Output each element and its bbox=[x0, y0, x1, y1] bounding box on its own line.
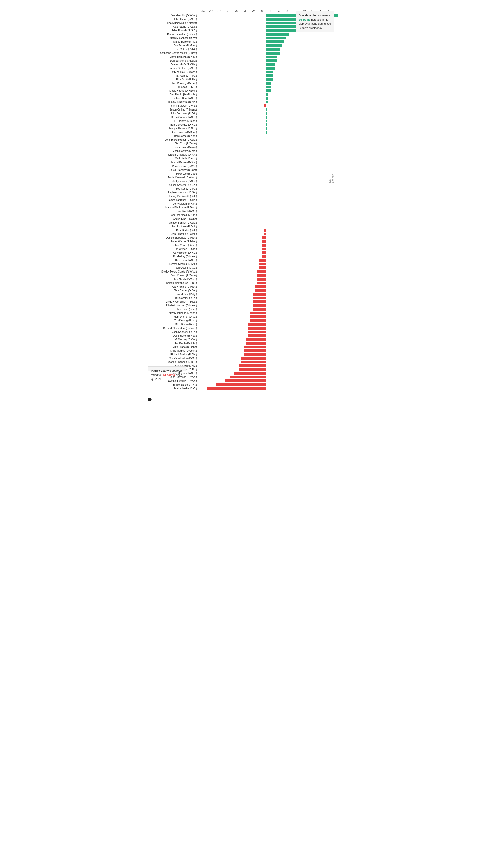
axis-label: -8 bbox=[224, 9, 232, 12]
bar-row: Richard Blumenthal (D-Conn.) bbox=[148, 326, 334, 330]
negative-bar bbox=[248, 331, 266, 333]
senator-label: Cindy Hyde-Smith (R-Miss.) bbox=[148, 300, 198, 303]
senator-label: James Inhofe (R-Okla.) bbox=[148, 63, 198, 66]
positive-bar bbox=[266, 33, 289, 36]
bar-row: Jerry Moran (R-Kan.) bbox=[148, 202, 334, 206]
negative-bar bbox=[257, 278, 266, 281]
bar-area bbox=[198, 386, 334, 390]
bar-row: Michael Bennet (D-Colo.) bbox=[148, 221, 334, 224]
bar-row: Mazie Hirono (D-Hawaii) bbox=[148, 89, 334, 92]
senator-label: Mike Rounds (R-S.D.) bbox=[148, 29, 198, 32]
senator-label: Brian Schatz (D-Hawaii) bbox=[148, 232, 198, 235]
positive-bar bbox=[266, 120, 267, 122]
bar-area bbox=[198, 183, 334, 187]
bar-area bbox=[198, 66, 334, 70]
bar-area bbox=[198, 300, 334, 303]
bar-row: Cory Booker (D-N.J.) bbox=[148, 251, 334, 254]
positive-bar bbox=[266, 112, 267, 115]
axis-label: -6 bbox=[232, 9, 241, 12]
bar-area bbox=[198, 304, 334, 307]
senator-label: Deb Fischer (R-Neb.) bbox=[148, 334, 198, 337]
bar-area bbox=[198, 375, 334, 379]
senator-label: Mark Warner (D-Va.) bbox=[148, 315, 198, 318]
senator-label: Debbie Stabenow (D-Mich.) bbox=[148, 236, 198, 239]
senator-label: Tom Carper (D-Del.) bbox=[148, 289, 198, 292]
senator-label: Chuck Grassley (R-Iowa) bbox=[148, 168, 198, 171]
bar-row: Dick Durbin (D-Ill.) bbox=[148, 228, 334, 232]
bar-area bbox=[198, 172, 334, 175]
senator-label: Kyrsten Sinema (D-Ariz.) bbox=[148, 263, 198, 266]
bar-area bbox=[198, 63, 334, 66]
bar-row: Sheldon Whitehouse (D-R.I.) bbox=[148, 281, 334, 285]
bar-row: Kirsten Gillibrand (D-N.Y.) bbox=[148, 153, 334, 156]
bar-area bbox=[198, 134, 334, 137]
bar-row: Tom Cotton (R-Ark.) bbox=[148, 48, 334, 51]
bar-area bbox=[198, 123, 334, 126]
negative-bar bbox=[216, 383, 266, 386]
bar-area bbox=[198, 142, 334, 145]
senator-label: James Lankford (R-Okla.) bbox=[148, 199, 198, 202]
bar-area bbox=[198, 349, 334, 352]
positive-bar bbox=[266, 123, 267, 126]
senator-label: Chuck Schumer (D-N.Y.) bbox=[148, 184, 198, 186]
bar-area bbox=[198, 179, 334, 183]
bar-area bbox=[198, 319, 334, 322]
senator-label: Jerry Moran (R-Kan.) bbox=[148, 203, 198, 205]
bar-area bbox=[198, 127, 334, 130]
senator-label: Michael Bennet (D-Colo.) bbox=[148, 221, 198, 224]
senator-label: Dan Sullivan (R-Alaska) bbox=[148, 59, 198, 62]
negative-bar bbox=[262, 251, 266, 254]
bar-row: Richard Burr (R-N.C.) bbox=[148, 96, 334, 100]
bar-row: Tammy Baldwin (D-Wis.) bbox=[148, 104, 334, 107]
positive-bar bbox=[266, 52, 280, 55]
senator-label: Tina Smith (D-Minn.) bbox=[148, 278, 198, 281]
bar-row: Raphael Warnock (D-Ga.) bbox=[148, 191, 334, 194]
bar-area bbox=[198, 112, 334, 115]
senator-label: Lindsey Graham (R-S.C.) bbox=[148, 67, 198, 69]
senator-label: Ted Cruz (R-Texas) bbox=[148, 142, 198, 145]
senator-label: Roy Blunt (R-Mo.) bbox=[148, 210, 198, 213]
bar-area bbox=[198, 146, 334, 149]
bar-area bbox=[198, 285, 334, 288]
bar-row: Joni Ernst (R-Iowa) bbox=[148, 146, 334, 149]
bar-row: Bill Hagerty (R-Tenn.) bbox=[148, 119, 334, 123]
negative-bar bbox=[250, 312, 266, 314]
bar-row: Jon Tester (D-Mont.) bbox=[148, 44, 334, 47]
bar-area bbox=[198, 311, 334, 315]
negative-bar bbox=[244, 349, 266, 352]
negative-bar bbox=[253, 297, 266, 299]
bar-row: Todd Young (R-Ind.) bbox=[148, 319, 334, 322]
positive-bar bbox=[266, 97, 268, 100]
senator-label: Roger Marshall (R-Kan.) bbox=[148, 214, 198, 217]
positive-bar bbox=[266, 101, 268, 103]
senator-label: Chris Van Hollen (D-Md.) bbox=[148, 357, 198, 360]
negative-bar bbox=[248, 327, 266, 330]
bar-area bbox=[198, 281, 334, 285]
negative-bar bbox=[244, 346, 266, 348]
senator-label: Chris Murphy (D-Conn.) bbox=[148, 349, 198, 352]
senator-label: Mike Lee (R-Utah) bbox=[148, 172, 198, 175]
negative-bar bbox=[248, 323, 266, 326]
senator-label: Rand Paul (R-Ky.) bbox=[148, 293, 198, 296]
bar-area bbox=[198, 251, 334, 254]
bar-row: Tina Smith (D-Minn.) bbox=[148, 277, 334, 281]
bar-row: Tammy Duckworth (D-Ill.) bbox=[148, 194, 334, 198]
bar-area bbox=[198, 36, 334, 40]
negative-bar bbox=[255, 285, 266, 288]
bar-area bbox=[198, 157, 334, 160]
bar-row: Tim Scott (R-S.C.) bbox=[148, 85, 334, 89]
senator-label: Rick Scott (R-Fla.) bbox=[148, 78, 198, 81]
positive-bar bbox=[266, 63, 275, 66]
senator-label: Josh Hawley (R-Mo.) bbox=[148, 150, 198, 152]
axis-label: -10 bbox=[215, 9, 224, 12]
bar-area bbox=[198, 338, 334, 341]
negative-bar bbox=[257, 282, 266, 284]
positive-bar bbox=[266, 108, 267, 111]
bar-area bbox=[198, 176, 334, 179]
bar-row: Ted Cruz (R-Texas) bbox=[148, 142, 334, 145]
senator-label: Sheldon Whitehouse (D-R.I.) bbox=[148, 282, 198, 284]
senator-label: Richard Shelby (R-Ala.) bbox=[148, 353, 198, 356]
senator-label: Ron Johnson (R-Wis.) bbox=[148, 165, 198, 167]
senator-label: Mitt Romney (R-Utah) bbox=[148, 82, 198, 85]
bar-row: Shelley Moore Capito (R-W.Va.) bbox=[148, 270, 334, 273]
